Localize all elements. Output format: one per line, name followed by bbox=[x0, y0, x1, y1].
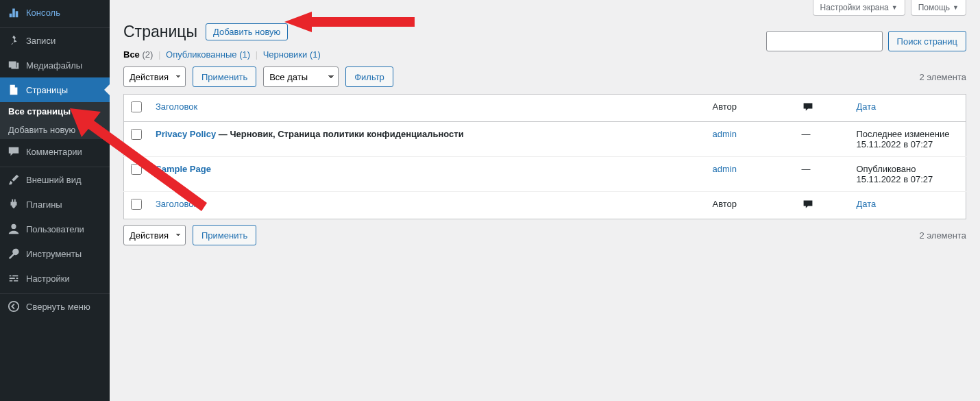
tablenav-bottom: Действия Применить 2 элемента bbox=[123, 225, 966, 245]
col-title-footer[interactable]: Заголовок bbox=[156, 199, 197, 209]
row-state: — Черновик, Страница политики конфиденци… bbox=[219, 129, 464, 139]
sidebar-label: Плагины bbox=[26, 199, 62, 210]
sidebar-item-users[interactable]: Пользователи bbox=[0, 217, 110, 241]
search-row: Поиск страниц bbox=[766, 31, 966, 51]
sidebar-label: Внешний вид bbox=[26, 175, 82, 185]
apply-button-bottom[interactable]: Применить bbox=[193, 225, 256, 245]
sidebar-item-collapse[interactable]: Свернуть меню bbox=[0, 294, 110, 319]
col-comments-header bbox=[795, 95, 850, 122]
help-label: Помощь bbox=[918, 3, 950, 12]
pin-icon bbox=[7, 34, 21, 47]
sidebar-item-plugins[interactable]: Плагины bbox=[0, 192, 110, 217]
date-filter-select[interactable]: Все даты bbox=[263, 66, 339, 87]
sidebar-item-comments[interactable]: Комментарии bbox=[0, 139, 110, 164]
row-checkbox[interactable] bbox=[131, 129, 142, 140]
tools-icon bbox=[7, 247, 21, 260]
separator: | bbox=[156, 49, 163, 60]
row-comments: — bbox=[795, 157, 850, 192]
screen-options-label: Настройки экрана bbox=[820, 3, 889, 12]
col-date-footer[interactable]: Дата bbox=[857, 199, 877, 209]
sidebar-item-tools[interactable]: Инструменты bbox=[0, 241, 110, 266]
comment-icon bbox=[802, 101, 814, 114]
items-count-bottom: 2 элемента bbox=[920, 230, 966, 241]
filter-button[interactable]: Фильтр bbox=[345, 66, 393, 87]
sidebar-item-posts[interactable]: Записи bbox=[0, 28, 110, 53]
brush-icon bbox=[7, 173, 21, 186]
col-author-header: Автор bbox=[706, 95, 795, 122]
tablenav-top: Действия Применить Все даты Фильтр 2 эле… bbox=[123, 66, 966, 87]
top-buttons: Настройки экрана ▼ Помощь ▼ bbox=[123, 0, 966, 16]
row-date: Последнее изменение15.11.2022 в 07:27 bbox=[850, 122, 966, 157]
filter-drafts[interactable]: Черновики (1) bbox=[263, 49, 321, 60]
bulk-action-select-bottom[interactable]: Действия bbox=[123, 225, 186, 245]
sidebar-item-pages[interactable]: Страницы bbox=[0, 77, 110, 102]
comment-icon bbox=[802, 199, 814, 212]
sidebar-label: Инструменты bbox=[26, 249, 82, 259]
sidebar-label: Консоль bbox=[26, 8, 60, 18]
row-title-link[interactable]: Sample Page bbox=[156, 164, 211, 174]
items-count: 2 элемента bbox=[920, 72, 966, 82]
collapse-icon bbox=[7, 300, 21, 313]
col-date-header[interactable]: Дата bbox=[857, 101, 877, 112]
row-author-link[interactable]: admin bbox=[713, 164, 737, 174]
filter-published[interactable]: Опубликованные (1) bbox=[166, 49, 250, 60]
user-icon bbox=[7, 222, 21, 236]
search-button[interactable]: Поиск страниц bbox=[888, 31, 966, 51]
chevron-down-icon: ▼ bbox=[953, 4, 959, 11]
admin-sidebar: Консоль Записи Медиафайлы Страницы Все с… bbox=[0, 0, 110, 401]
sidebar-item-media[interactable]: Медиафайлы bbox=[0, 53, 110, 77]
separator: | bbox=[253, 49, 260, 60]
select-all-checkbox-bottom[interactable] bbox=[131, 199, 142, 210]
sidebar-submenu-pages: Все страницы Добавить новую bbox=[0, 102, 110, 139]
row-date: Опубликовано15.11.2022 в 07:27 bbox=[850, 157, 966, 192]
col-title-header[interactable]: Заголовок bbox=[156, 101, 197, 112]
comments-icon bbox=[7, 145, 21, 158]
col-comments-footer bbox=[795, 192, 850, 219]
sidebar-label: Комментарии bbox=[26, 147, 82, 157]
sidebar-label: Записи bbox=[26, 36, 56, 46]
row-comments: — bbox=[795, 122, 850, 157]
filter-all-label[interactable]: Все bbox=[123, 49, 140, 60]
sidebar-label: Страницы bbox=[26, 85, 68, 95]
media-icon bbox=[7, 58, 21, 72]
main-content: Настройки экрана ▼ Помощь ▼ Страницы Доб… bbox=[110, 0, 980, 401]
sidebar-label: Пользователи bbox=[26, 224, 84, 234]
sidebar-subitem-add-new[interactable]: Добавить новую bbox=[0, 121, 110, 139]
col-author-footer: Автор bbox=[706, 192, 795, 219]
screen-options-button[interactable]: Настройки экрана ▼ bbox=[813, 0, 905, 16]
page-title: Страницы bbox=[123, 23, 197, 41]
svg-point-0 bbox=[9, 302, 19, 311]
sidebar-label: Медиафайлы bbox=[26, 60, 82, 71]
pages-icon bbox=[7, 83, 21, 97]
table-row: Privacy Policy — Черновик, Страница поли… bbox=[124, 122, 966, 157]
select-all-checkbox[interactable] bbox=[131, 101, 142, 112]
sidebar-item-settings[interactable]: Настройки bbox=[0, 266, 110, 291]
add-new-button[interactable]: Добавить новую bbox=[206, 23, 288, 40]
filter-all-count: (2) bbox=[142, 49, 153, 60]
settings-icon bbox=[7, 271, 21, 285]
help-button[interactable]: Помощь ▼ bbox=[911, 0, 966, 16]
plugin-icon bbox=[7, 197, 21, 211]
sidebar-item-dashboard[interactable]: Консоль bbox=[0, 0, 110, 25]
row-title-link[interactable]: Privacy Policy bbox=[156, 129, 216, 139]
col-checkbox bbox=[124, 95, 149, 122]
bulk-action-select[interactable]: Действия bbox=[123, 66, 186, 87]
table-row: Sample Page admin — Опубликовано15.11.20… bbox=[124, 157, 966, 192]
sidebar-label: Настройки bbox=[26, 274, 70, 284]
pages-table: Заголовок Автор Дата Privacy Policy — Че… bbox=[123, 94, 966, 219]
sidebar-label: Свернуть меню bbox=[26, 302, 90, 312]
chevron-down-icon: ▼ bbox=[892, 4, 898, 11]
sidebar-subitem-all-pages[interactable]: Все страницы bbox=[0, 102, 110, 121]
apply-button[interactable]: Применить bbox=[193, 66, 256, 87]
sidebar-item-appearance[interactable]: Внешний вид bbox=[0, 167, 110, 192]
row-author-link[interactable]: admin bbox=[713, 129, 737, 139]
dashboard-icon bbox=[7, 5, 21, 19]
row-checkbox[interactable] bbox=[131, 164, 142, 175]
search-input[interactable] bbox=[766, 31, 883, 51]
